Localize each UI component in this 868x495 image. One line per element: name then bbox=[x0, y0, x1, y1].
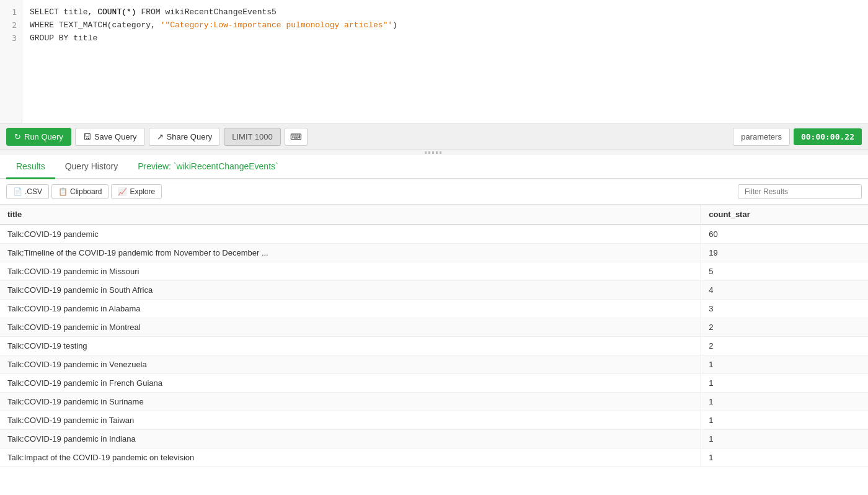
cell-title: Talk:COVID-19 pandemic in South Africa bbox=[0, 281, 701, 300]
table-row: Talk:COVID-19 pandemic in Venezuela1 bbox=[0, 355, 868, 374]
table-row: Talk:Timeline of the COVID-19 pandemic f… bbox=[0, 244, 868, 262]
cell-title: Talk:COVID-19 pandemic in French Guiana bbox=[0, 374, 701, 393]
table-row: Talk:COVID-19 pandemic in Montreal2 bbox=[0, 318, 868, 337]
results-table-container: title count_star Talk:COVID-19 pandemic6… bbox=[0, 205, 868, 483]
cell-title: Talk:Timeline of the COVID-19 pandemic f… bbox=[0, 244, 701, 262]
line-numbers: 1 2 3 bbox=[0, 0, 22, 123]
cell-count-star: 2 bbox=[701, 337, 868, 355]
cell-count-star: 1 bbox=[701, 374, 868, 393]
share-icon: ↗ bbox=[157, 132, 164, 141]
cell-count-star: 1 bbox=[701, 355, 868, 374]
tabs-container: Results Query History Preview: `wikiRece… bbox=[0, 155, 868, 179]
cell-title: Talk:Impact of the COVID-19 pandemic on … bbox=[0, 448, 701, 467]
cell-count-star: 2 bbox=[701, 318, 868, 337]
editor-container: 1 2 3 SELECT title, COUNT(*) FROM wikiRe… bbox=[0, 0, 868, 124]
csv-button[interactable]: 📄 .CSV bbox=[6, 184, 49, 199]
parameters-button[interactable]: parameters bbox=[733, 128, 790, 146]
cell-count-star: 1 bbox=[701, 393, 868, 411]
filter-results-input[interactable] bbox=[738, 184, 862, 199]
drag-handle[interactable] bbox=[0, 150, 868, 155]
cell-count-star: 1 bbox=[701, 411, 868, 430]
table-row: Talk:COVID-19 pandemic60 bbox=[0, 225, 868, 244]
table-row: Talk:COVID-19 pandemic in Missouri5 bbox=[0, 262, 868, 281]
cell-title: Talk:COVID-19 pandemic in Suriname bbox=[0, 393, 701, 411]
cell-title: Talk:COVID-19 testing bbox=[0, 337, 701, 355]
table-row: Talk:COVID-19 pandemic in Alabama3 bbox=[0, 300, 868, 318]
explore-label: Explore bbox=[130, 187, 155, 196]
results-toolbar: 📄 .CSV 📋 Clipboard 📈 Explore bbox=[0, 179, 868, 205]
limit-label: LIMIT 1000 bbox=[232, 132, 273, 141]
drag-handle-indicator bbox=[425, 151, 443, 154]
query-toolbar: ↻ Run Query 🖫 Save Query ↗ Share Query L… bbox=[0, 124, 868, 150]
cell-title: Talk:COVID-19 pandemic in Alabama bbox=[0, 300, 701, 318]
run-label: Run Query bbox=[24, 132, 63, 141]
tab-results[interactable]: Results bbox=[6, 155, 55, 179]
tab-results-label: Results bbox=[16, 161, 45, 171]
tab-history-label: Query History bbox=[65, 161, 118, 171]
keyboard-icon: ⌨ bbox=[290, 132, 302, 141]
table-row: Talk:Impact of the COVID-19 pandemic on … bbox=[0, 448, 868, 467]
keyboard-button[interactable]: ⌨ bbox=[285, 128, 308, 146]
table-row: Talk:COVID-19 testing2 bbox=[0, 337, 868, 355]
cell-title: Talk:COVID-19 pandemic in Missouri bbox=[0, 262, 701, 281]
cell-count-star: 1 bbox=[701, 448, 868, 467]
cell-count-star: 3 bbox=[701, 300, 868, 318]
save-label: Save Query bbox=[94, 132, 137, 141]
cell-count-star: 5 bbox=[701, 262, 868, 281]
table-row: Talk:COVID-19 pandemic in French Guiana1 bbox=[0, 374, 868, 393]
cell-count-star: 19 bbox=[701, 244, 868, 262]
table-row: Talk:COVID-19 pandemic in South Africa4 bbox=[0, 281, 868, 300]
cell-title: Talk:COVID-19 pandemic in Taiwan bbox=[0, 411, 701, 430]
csv-icon: 📄 bbox=[13, 187, 22, 196]
cell-title: Talk:COVID-19 pandemic in Montreal bbox=[0, 318, 701, 337]
tab-preview[interactable]: Preview: `wikiRecentChangeEvents` bbox=[128, 155, 288, 179]
table-header-row: title count_star bbox=[0, 205, 868, 225]
results-table: title count_star Talk:COVID-19 pandemic6… bbox=[0, 205, 868, 467]
cell-count-star: 1 bbox=[701, 430, 868, 448]
explore-icon: 📈 bbox=[118, 187, 127, 196]
limit-button[interactable]: LIMIT 1000 bbox=[224, 128, 281, 146]
clipboard-icon: 📋 bbox=[58, 187, 68, 196]
explore-button[interactable]: 📈 Explore bbox=[111, 184, 162, 199]
clipboard-button[interactable]: 📋 Clipboard bbox=[51, 184, 108, 199]
clipboard-label: Clipboard bbox=[70, 187, 102, 196]
table-body: Talk:COVID-19 pandemic60Talk:Timeline of… bbox=[0, 225, 868, 467]
share-query-button[interactable]: ↗ Share Query bbox=[149, 128, 221, 146]
save-icon: 🖫 bbox=[83, 132, 91, 141]
cell-title: Talk:COVID-19 pandemic bbox=[0, 225, 701, 244]
run-query-button[interactable]: ↻ Run Query bbox=[6, 128, 71, 146]
cell-count-star: 4 bbox=[701, 281, 868, 300]
save-query-button[interactable]: 🖫 Save Query bbox=[75, 128, 145, 146]
share-label: Share Query bbox=[167, 132, 213, 141]
code-editor[interactable]: SELECT title, COUNT(*) FROM wikiRecentCh… bbox=[22, 0, 868, 123]
column-header-title: title bbox=[0, 205, 701, 225]
cell-title: Talk:COVID-19 pandemic in Venezuela bbox=[0, 355, 701, 374]
tab-query-history[interactable]: Query History bbox=[55, 155, 128, 179]
table-row: Talk:COVID-19 pandemic in Suriname1 bbox=[0, 393, 868, 411]
run-icon: ↻ bbox=[14, 132, 21, 141]
timer-badge: 00:00:00.22 bbox=[794, 128, 862, 145]
tab-preview-label: Preview: `wikiRecentChangeEvents` bbox=[138, 161, 278, 171]
cell-count-star: 60 bbox=[701, 225, 868, 244]
table-row: Talk:COVID-19 pandemic in Taiwan1 bbox=[0, 411, 868, 430]
csv-label: .CSV bbox=[25, 187, 42, 196]
parameters-label: parameters bbox=[741, 132, 782, 141]
table-row: Talk:COVID-19 pandemic in Indiana1 bbox=[0, 430, 868, 448]
cell-title: Talk:COVID-19 pandemic in Indiana bbox=[0, 430, 701, 448]
column-header-count-star: count_star bbox=[701, 205, 868, 225]
